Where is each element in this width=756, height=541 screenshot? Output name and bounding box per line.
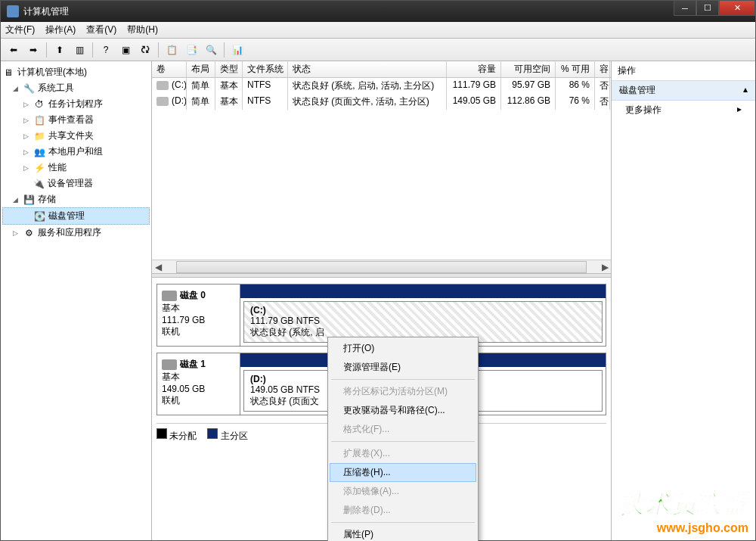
forward-button[interactable]: ➡ bbox=[25, 42, 42, 58]
toolbar-separator bbox=[46, 42, 47, 58]
tree-task-scheduler[interactable]: ▷⏱任务计划程序 bbox=[2, 96, 150, 112]
disk-meta: 磁盘 1 基本 149.05 GB 联机 bbox=[157, 353, 240, 415]
show-hide-tree-button[interactable]: ▥ bbox=[71, 42, 88, 58]
app-icon bbox=[7, 5, 19, 17]
refresh-button[interactable]: 🗘 bbox=[137, 42, 153, 58]
menu-action[interactable]: 操作(A) bbox=[45, 23, 76, 36]
watermark-url: www.jsgho.com bbox=[620, 521, 748, 535]
tree-panel[interactable]: 🖥计算机管理(本地) ◢🔧系统工具 ▷⏱任务计划程序 ▷📋事件查看器 ▷📁共享文… bbox=[1, 61, 152, 540]
tree-device-manager[interactable]: 🔌设备管理器 bbox=[2, 176, 150, 191]
col-type[interactable]: 类型 bbox=[215, 61, 243, 77]
ctx-explorer[interactable]: 资源管理器(E) bbox=[330, 358, 476, 377]
volume-row[interactable]: (C:) 简单 基本 NTFS 状态良好 (系统, 启动, 活动, 主分区) 1… bbox=[152, 78, 611, 94]
ctx-open[interactable]: 打开(O) bbox=[330, 339, 476, 358]
disk-bar-header bbox=[240, 284, 606, 298]
tree-performance[interactable]: ▷⚡性能 bbox=[2, 160, 150, 176]
window-controls: ─ ☐ ✕ bbox=[674, 1, 755, 16]
col-layout[interactable]: 布局 bbox=[187, 61, 215, 77]
col-filesystem[interactable]: 文件系统 bbox=[243, 61, 288, 77]
scroll-left-icon[interactable]: ◀ bbox=[152, 261, 164, 273]
ctx-separator bbox=[331, 522, 475, 523]
expand-icon[interactable]: ▷ bbox=[22, 116, 30, 124]
tree-event-viewer[interactable]: ▷📋事件查看器 bbox=[2, 112, 150, 128]
menu-help[interactable]: 帮助(H) bbox=[127, 23, 158, 36]
tool-5[interactable]: 📋 bbox=[163, 42, 180, 58]
ctx-change-letter[interactable]: 更改驱动器号和路径(C)... bbox=[330, 401, 476, 420]
tool-8[interactable]: 📊 bbox=[229, 42, 246, 58]
disk-meta: 磁盘 0 基本 111.79 GB 联机 bbox=[157, 284, 240, 346]
actions-more[interactable]: 更多操作▸ bbox=[612, 101, 755, 120]
back-button[interactable]: ⬅ bbox=[5, 42, 22, 58]
watermark-text: 技术员联盟 bbox=[620, 488, 748, 521]
col-volume[interactable]: 卷 bbox=[152, 61, 187, 77]
watermark: 技术员联盟 www.jsgho.com bbox=[620, 488, 748, 535]
actions-section-header[interactable]: 磁盘管理▴ bbox=[612, 81, 755, 101]
collapse-icon[interactable]: ▴ bbox=[743, 84, 748, 97]
col-percent[interactable]: % 可用 bbox=[556, 61, 595, 77]
collapse-icon[interactable]: ◢ bbox=[11, 84, 20, 92]
col-status[interactable]: 状态 bbox=[288, 61, 447, 77]
volume-row[interactable]: (D:) 简单 基本 NTFS 状态良好 (页面文件, 活动, 主分区) 149… bbox=[152, 94, 611, 110]
ctx-extend: 扩展卷(X)... bbox=[330, 444, 476, 463]
col-capacity[interactable]: 容量 bbox=[447, 61, 501, 77]
toolbar-separator bbox=[92, 42, 93, 58]
context-menu: 打开(O) 资源管理器(E) 将分区标记为活动分区(M) 更改驱动器号和路径(C… bbox=[327, 337, 479, 541]
up-button[interactable]: ⬆ bbox=[51, 42, 68, 58]
ctx-properties[interactable]: 属性(P) bbox=[330, 525, 476, 541]
h-scrollbar[interactable]: ◀ ▶ bbox=[152, 260, 611, 273]
volume-list-body[interactable]: (C:) 简单 基本 NTFS 状态良好 (系统, 启动, 活动, 主分区) 1… bbox=[152, 78, 611, 260]
help-button[interactable]: ? bbox=[98, 42, 114, 58]
actions-title: 操作 bbox=[612, 61, 755, 81]
expand-icon[interactable]: ▷ bbox=[22, 100, 30, 108]
ctx-shrink[interactable]: 压缩卷(H)... bbox=[330, 463, 476, 482]
minimize-button[interactable]: ─ bbox=[674, 1, 696, 16]
expand-icon[interactable]: ▷ bbox=[22, 132, 30, 140]
toolbar: ⬅ ➡ ⬆ ▥ ? ▣ 🗘 📋 📑 🔍 📊 bbox=[1, 39, 755, 61]
tool-7[interactable]: 🔍 bbox=[203, 42, 219, 58]
submenu-icon: ▸ bbox=[737, 104, 742, 117]
maximize-button[interactable]: ☐ bbox=[696, 1, 719, 16]
tool-6[interactable]: 📑 bbox=[183, 42, 200, 58]
tree-system-tools[interactable]: ◢🔧系统工具 bbox=[2, 80, 150, 96]
menu-file[interactable]: 文件(F) bbox=[5, 23, 35, 36]
drive-icon bbox=[156, 97, 169, 106]
drive-icon bbox=[156, 81, 169, 90]
tree-services[interactable]: ▷⚙服务和应用程序 bbox=[2, 225, 150, 241]
toolbar-separator bbox=[158, 42, 159, 58]
properties-button[interactable]: ▣ bbox=[117, 42, 134, 58]
volume-list: 卷 布局 类型 文件系统 状态 容量 可用空间 % 可用 容 (C:) 简单 基… bbox=[152, 61, 611, 273]
actions-panel: 操作 磁盘管理▴ 更多操作▸ bbox=[612, 61, 755, 540]
disk-icon bbox=[162, 359, 177, 370]
tree-local-users[interactable]: ▷👥本地用户和组 bbox=[2, 144, 150, 160]
titlebar[interactable]: 计算机管理 ─ ☐ ✕ bbox=[1, 1, 755, 22]
expand-icon[interactable]: ▷ bbox=[22, 148, 30, 156]
scroll-track[interactable] bbox=[176, 261, 587, 273]
legend-swatch-primary bbox=[207, 428, 218, 439]
legend-swatch-unallocated bbox=[156, 428, 167, 439]
collapse-icon[interactable]: ◢ bbox=[11, 195, 20, 204]
window-title: 计算机管理 bbox=[23, 5, 69, 18]
disk-icon bbox=[162, 291, 177, 301]
ctx-separator bbox=[331, 441, 475, 442]
tree-disk-management[interactable]: 💽磁盘管理 bbox=[2, 207, 150, 225]
col-free[interactable]: 可用空间 bbox=[501, 61, 556, 77]
expand-icon[interactable]: ▷ bbox=[22, 163, 30, 172]
expand-icon[interactable]: ▷ bbox=[11, 229, 20, 237]
ctx-separator bbox=[331, 379, 475, 380]
tree-storage[interactable]: ◢💾存储 bbox=[2, 191, 150, 207]
col-fault[interactable]: 容 bbox=[595, 61, 610, 77]
menubar: 文件(F) 操作(A) 查看(V) 帮助(H) bbox=[1, 22, 755, 39]
ctx-delete: 删除卷(D)... bbox=[330, 501, 476, 520]
close-button[interactable]: ✕ bbox=[719, 1, 755, 16]
scroll-right-icon[interactable]: ▶ bbox=[599, 261, 611, 273]
tree-shared-folders[interactable]: ▷📁共享文件夹 bbox=[2, 128, 150, 144]
toolbar-separator bbox=[224, 42, 225, 58]
menu-view[interactable]: 查看(V) bbox=[86, 23, 116, 36]
volume-list-header: 卷 布局 类型 文件系统 状态 容量 可用空间 % 可用 容 bbox=[152, 61, 611, 78]
ctx-mark-active: 将分区标记为活动分区(M) bbox=[330, 382, 476, 401]
ctx-format: 格式化(F)... bbox=[330, 420, 476, 439]
tree-root[interactable]: 🖥计算机管理(本地) bbox=[2, 64, 150, 80]
ctx-mirror: 添加镜像(A)... bbox=[330, 482, 476, 501]
